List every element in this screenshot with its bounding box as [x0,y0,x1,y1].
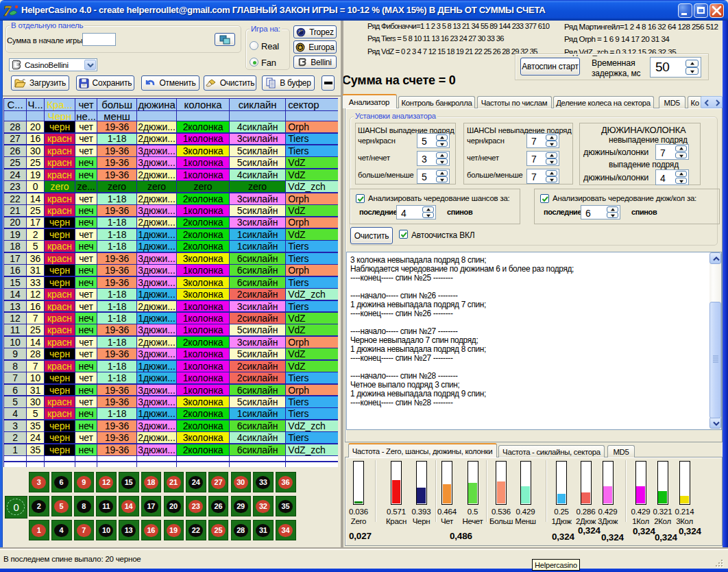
svg-text:7: 7 [3,2,12,19]
